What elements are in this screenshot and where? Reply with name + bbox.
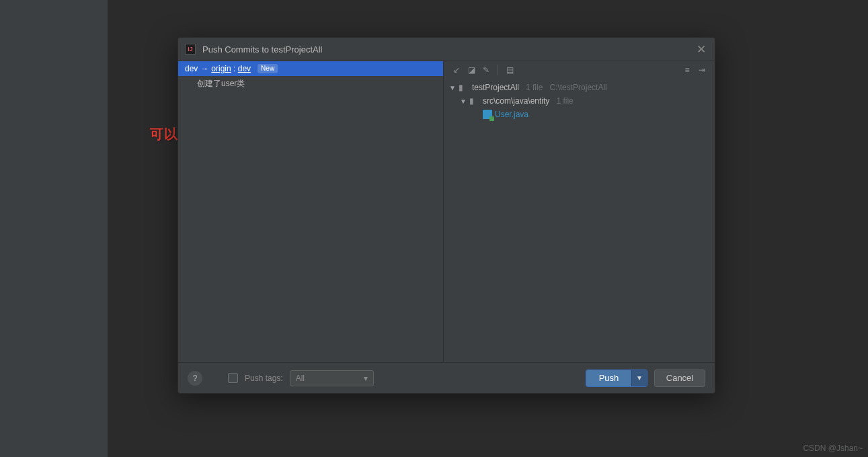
push-tags-select[interactable]: All [290,370,374,386]
push-dropdown-icon[interactable]: ▼ [632,370,647,386]
new-branch-badge: New [258,64,278,73]
root-file-count: 1 file [526,83,543,92]
package-file-count: 1 file [556,96,573,106]
push-commits-dialog: IJ Push Commits to testProjectAll ✕ dev … [177,37,715,394]
colon: : [231,64,238,73]
chevron-down-icon[interactable] [460,98,467,105]
local-branch-label: dev [185,64,198,73]
push-tags-label: Push tags: [245,374,283,383]
collapse-all-icon[interactable]: ⇥ [695,63,709,77]
dialog-titlebar[interactable]: IJ Push Commits to testProjectAll ✕ [178,38,715,61]
ide-left-gutter [0,0,108,457]
toolbar-btn-3[interactable]: ✎ [479,63,494,77]
tree-root-row[interactable]: ▮ testProjectAll 1 file C:\testProjectAl… [449,81,709,94]
cancel-button[interactable]: Cancel [654,370,705,387]
push-split-button[interactable]: Push ▼ [586,370,647,387]
intellij-icon: IJ [185,44,196,55]
toolbar-btn-2[interactable]: ◪ [464,63,479,77]
file-name: User.java [495,110,528,119]
arrow-icon: → [200,64,208,73]
csdn-watermark: CSDN @Jshan~ [803,444,863,453]
commit-item[interactable]: 创建了user类 [178,76,443,92]
toolbar-separator [498,65,498,75]
package-name: src\com\java\entity [483,96,549,106]
push-tags-checkbox[interactable] [228,373,238,383]
expand-all-icon[interactable]: ≡ [680,63,695,77]
folder-icon: ▮ [459,83,469,92]
target-branch-label[interactable]: dev [238,64,251,73]
folder-icon: ▮ [469,96,480,106]
tree-file-row[interactable]: User.java [449,108,709,121]
commits-pane: dev → origin : dev New 创建了user类 [178,61,444,362]
remote-label[interactable]: origin [211,64,231,73]
dialog-footer: ? Push tags: All Push ▼ Cancel [178,363,715,393]
java-file-icon [483,110,492,119]
tree-package-row[interactable]: ▮ src\com\java\entity 1 file [449,94,709,108]
chevron-down-icon[interactable] [449,84,456,92]
help-button[interactable]: ? [188,371,202,386]
files-toolbar: ↙ ◪ ✎ ▤ ≡ ⇥ [444,61,715,78]
root-name: testProjectAll [472,83,519,92]
changed-files-tree: ▮ testProjectAll 1 file C:\testProjectAl… [444,78,715,124]
close-icon[interactable]: ✕ [695,42,708,57]
toolbar-btn-1[interactable]: ↙ [449,63,464,77]
root-path: C:\testProjectAll [549,83,606,92]
dialog-body: dev → origin : dev New 创建了user类 ↙ ◪ ✎ ▤ … [178,61,715,363]
branch-selection-row[interactable]: dev → origin : dev New [178,61,443,76]
push-tags-value: All [296,374,305,383]
toolbar-btn-4[interactable]: ▤ [502,63,517,77]
dialog-title: Push Commits to testProjectAll [202,44,322,55]
push-button[interactable]: Push [586,370,632,386]
files-pane: ↙ ◪ ✎ ▤ ≡ ⇥ ▮ testProjectAll 1 file C:\t… [444,61,715,362]
